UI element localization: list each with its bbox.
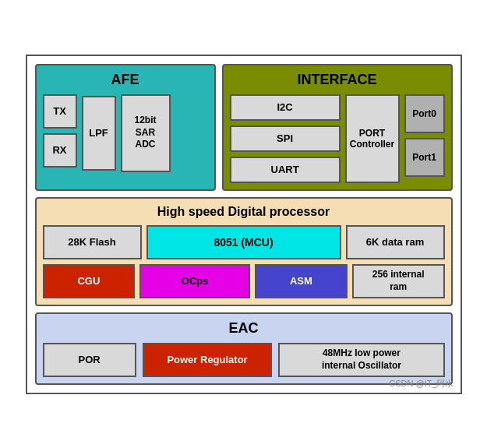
tx-box: TX [43,94,77,129]
cgu-box: CGU [43,264,136,298]
ocps-box: OCps [139,264,250,298]
spi-box: SPI [230,125,341,152]
uart-box: UART [230,157,341,183]
flash-box: 28K Flash [43,225,142,259]
internal-ram-box: 256 internal ram [352,264,445,298]
port-controller-box: PORT Controller [345,94,400,183]
bottom-section: EAC POR Power Regulator 48MHz low power … [35,312,453,385]
oscillator-box: 48MHz low power internal Oscillator [278,343,444,377]
por-box: POR [43,343,136,377]
interface-inner: I2C SPI UART PORT Controller Port0 Port1 [230,94,445,183]
diagram: AFE TX RX LPF 12bit SAR ADC INTERFACE I2… [26,55,462,394]
afe-left: TX RX [43,94,77,172]
port1-box: Port1 [404,138,445,177]
asm-box: ASM [255,264,348,298]
afe-block: AFE TX RX LPF 12bit SAR ADC [35,64,216,191]
top-section: AFE TX RX LPF 12bit SAR ADC INTERFACE I2… [35,64,453,191]
adc-box: 12bit SAR ADC [121,94,171,172]
afe-inner: TX RX LPF 12bit SAR ADC [43,94,208,172]
watermark: CSDN @IT_阿水 [389,378,453,390]
afe-title: AFE [43,72,208,88]
middle-row2: CGU OCps ASM 256 internal ram [43,264,445,298]
middle-title: High speed Digital processor [43,205,445,219]
bottom-row: POR Power Regulator 48MHz low power inte… [43,343,445,377]
mcu-box: 8051 (MCU) [146,225,341,259]
lpf-box: LPF [82,96,116,171]
interface-block: INTERFACE I2C SPI UART PORT Controller P… [222,64,453,191]
data-ram-box: 6K data ram [346,225,445,259]
interface-title: INTERFACE [230,72,445,88]
port0-box: Port0 [404,94,445,133]
middle-row1: 28K Flash 8051 (MCU) 6K data ram [43,225,445,259]
interface-ports: Port0 Port1 [404,94,445,183]
bottom-title: EAC [43,320,445,337]
middle-section: High speed Digital processor 28K Flash 8… [35,197,453,306]
power-reg-box: Power Regulator [143,343,273,377]
i2c-box: I2C [230,94,341,121]
rx-box: RX [43,133,77,168]
interface-protocols: I2C SPI UART [230,94,341,183]
